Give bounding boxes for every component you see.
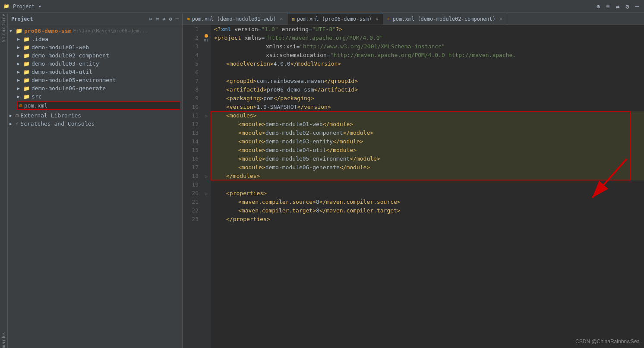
tree-root-item[interactable]: ▼ 📁 pro06-demo-ssm E:\Java\Maven\pro06-d… xyxy=(8,27,182,35)
sidebar-item-pom[interactable]: m pom.xml xyxy=(17,101,180,110)
code-line-9: <packaging>pom</packaging> xyxy=(211,94,644,103)
root-arrow: ▼ xyxy=(9,28,16,33)
gutter-22 xyxy=(202,206,211,215)
sidebar-tree: ▼ 📁 pro06-demo-ssm E:\Java\Maven\pro06-d… xyxy=(8,25,182,348)
gutter-fold-2[interactable]: m↓ xyxy=(204,38,209,42)
code-line-7: <groupId>com.rainbowsea.maven</groupId> xyxy=(211,77,644,85)
artifactid-close: </artifactId> xyxy=(314,85,358,94)
pi-open: <? xyxy=(214,25,221,34)
mod2-open: <module> xyxy=(238,129,265,137)
sidebar-btn-2[interactable]: ≡ xyxy=(156,16,159,22)
idea-arrow: ▶ xyxy=(17,37,23,41)
xmlns-eq: = xyxy=(262,34,265,42)
packaging-text: pom xyxy=(263,94,273,103)
sidebar-item-module02[interactable]: ▶ 📁 demo-module02-component xyxy=(8,51,182,60)
tab-1[interactable]: m pom.xml (demo-module01-web) ✕ xyxy=(183,13,287,25)
code-line-4: xsi:schemaLocation="http://maven.apache.… xyxy=(211,51,644,60)
tab2-label: pom.xml (pro06-demo-ssm) xyxy=(297,16,372,22)
mod4-open: <module> xyxy=(238,146,265,155)
props-open: <properties> xyxy=(226,189,267,198)
sidebar-item-module05[interactable]: ▶ 📁 demo-module05-environment xyxy=(8,76,182,84)
sidebar-item-src[interactable]: ▶ 📁 src xyxy=(8,92,182,101)
gutter-fold-18[interactable]: ▷ xyxy=(205,174,208,179)
groupid-close: </groupId> xyxy=(324,77,358,85)
modules-open: <modules> xyxy=(226,111,256,120)
version-text: 1.0-SNAPSHOT xyxy=(256,103,297,111)
code-content[interactable]: <?xml version="1.0" encoding="UTF-8"?> <… xyxy=(211,25,644,348)
code-line-17: <module>demo-module06-generate</module> xyxy=(211,163,644,172)
ln-18: 18 xyxy=(186,172,199,180)
action-btn-3[interactable]: ⇌ xyxy=(614,3,621,10)
root-folder-icon: 📁 xyxy=(16,28,22,34)
tab2-close[interactable]: ✕ xyxy=(376,16,379,22)
structure-label: Structure xyxy=(1,13,6,47)
action-btn-5[interactable]: ─ xyxy=(634,3,641,10)
gutter-fold-11[interactable]: ▷ xyxy=(205,113,208,119)
ln-21: 21 xyxy=(186,198,199,206)
module06-label: demo-module06-generate xyxy=(32,85,106,92)
module05-arrow: ▶ xyxy=(17,78,23,82)
module04-icon: 📁 xyxy=(23,69,30,75)
sidebar-header-actions: ⊕ ≡ ⇌ ⚙ ─ xyxy=(149,16,179,22)
code-line-3: xmlns:xsi="http://www.w3.org/2001/XMLSch… xyxy=(211,42,644,51)
src-arrow: ▶ xyxy=(17,94,23,99)
gutter-7 xyxy=(202,77,211,85)
mod3-open: <module> xyxy=(238,137,265,146)
sidebar-btn-5[interactable]: ─ xyxy=(176,16,179,22)
far-left-panel: Structure marks xyxy=(0,13,8,348)
sidebar-item-module06[interactable]: ▶ 📁 demo-module06-generate xyxy=(8,84,182,92)
gutter-fold-20[interactable]: ▷ xyxy=(205,191,208,196)
code-line-15: <module>demo-module04-util</module> xyxy=(211,146,644,155)
pi-enc-attr: encoding xyxy=(278,25,309,34)
sidebar-item-scratches[interactable]: ▶ ⚡ Scratches and Consoles xyxy=(8,120,182,128)
tab-2[interactable]: m pom.xml (pro06-demo-ssm) ✕ xyxy=(287,13,383,25)
tab-3[interactable]: m pom.xml (demo-module02-component) ✕ xyxy=(383,13,507,25)
code-line-12: <module>demo-module01-web</module> xyxy=(211,120,644,129)
sidebar-item-module01[interactable]: ▶ 📁 demo-module01-web xyxy=(8,43,182,51)
code-line-2: <project xmlns="http://maven.apache.org/… xyxy=(211,34,644,42)
sidebar-item-idea[interactable]: ▶ 📁 .idea xyxy=(8,35,182,43)
action-btn-4[interactable]: ⚙ xyxy=(624,3,631,10)
sidebar-btn-4[interactable]: ⚙ xyxy=(169,16,172,22)
ln-6: 6 xyxy=(186,68,199,77)
mod5-close: </module> xyxy=(350,155,380,163)
schema-eq: = xyxy=(327,51,330,60)
sidebar-item-external-libs[interactable]: ▶ ⊞ External Libraries xyxy=(8,111,182,120)
sidebar-item-module04[interactable]: ▶ 📁 demo-module04-util xyxy=(8,68,182,76)
mod4-text: demo-module04-util xyxy=(265,146,326,155)
gutter-19 xyxy=(202,180,211,189)
artifactid-open: <artifactId> xyxy=(226,85,267,94)
pi-eq1: = xyxy=(258,25,262,34)
artifactid-text: pro06-demo-ssm xyxy=(267,85,314,94)
xsi-val: "http://www.w3.org/2001/XMLSchema-instan… xyxy=(300,42,445,51)
schema-attr: xsi:schemaLocation xyxy=(266,51,327,60)
ln-11: 11 xyxy=(186,111,199,120)
action-btn-1[interactable]: ⊕ xyxy=(595,3,602,10)
code-line-6 xyxy=(211,68,644,77)
pi-close: ?> xyxy=(336,25,343,34)
module01-icon: 📁 xyxy=(23,44,30,51)
tab3-close[interactable]: ✕ xyxy=(499,16,502,22)
sidebar-item-module03[interactable]: ▶ 📁 demo-module03-entity xyxy=(8,60,182,68)
xmlns-val: "http://maven.apache.org/POM/4.0.0" xyxy=(265,34,383,42)
tab1-label: pom.xml (demo-module01-web) xyxy=(192,16,276,22)
module05-label: demo-module05-environment xyxy=(32,77,116,83)
code-line-1: <?xml version="1.0" encoding="UTF-8"?> xyxy=(211,25,644,34)
code-line-10: <version>1.0-SNAPSHOT</version> xyxy=(211,103,644,111)
ln-15: 15 xyxy=(186,146,199,155)
mod3-close: </module> xyxy=(333,137,363,146)
scratches-arrow: ▶ xyxy=(9,121,16,126)
ln-3: 3 xyxy=(186,42,199,51)
sidebar-btn-1[interactable]: ⊕ xyxy=(149,16,152,22)
action-btn-2[interactable]: ≡ xyxy=(604,3,611,10)
sidebar-btn-3[interactable]: ⇌ xyxy=(162,16,165,22)
ln-1: 1 xyxy=(186,25,199,34)
code-line-22: <maven.compiler.target>8</maven.compiler… xyxy=(211,206,644,215)
mod4-close: </module> xyxy=(326,146,357,155)
gutter-2: m↓ xyxy=(202,34,211,42)
module01-arrow: ▶ xyxy=(17,45,23,50)
tab3-icon: m xyxy=(388,16,391,22)
dropdown-icon[interactable]: ▾ xyxy=(38,3,42,9)
groupid-open: <groupId> xyxy=(226,77,256,85)
tab1-close[interactable]: ✕ xyxy=(280,16,283,22)
